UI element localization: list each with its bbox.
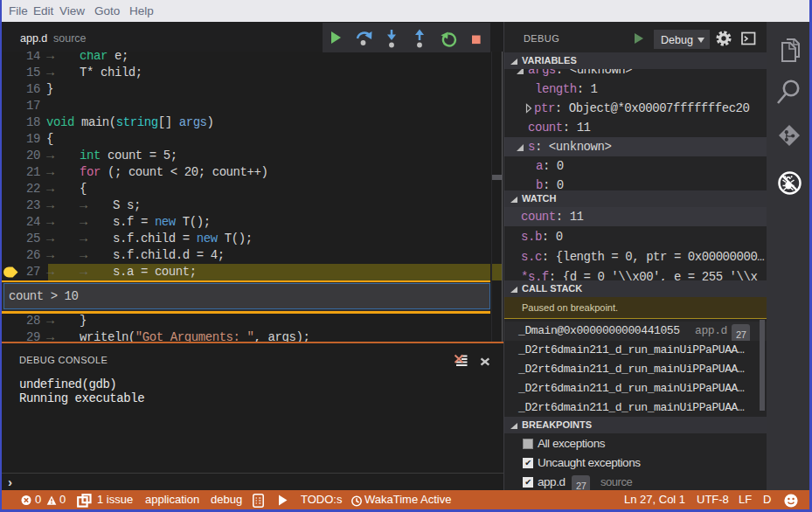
svg-text:Debug: Debug: [661, 34, 693, 46]
